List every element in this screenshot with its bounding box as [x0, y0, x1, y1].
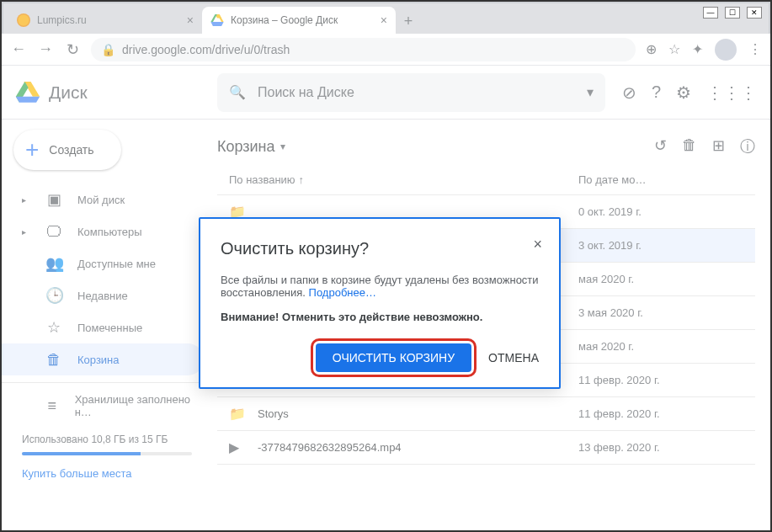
profile-avatar[interactable] — [715, 39, 737, 61]
folder-icon: 📁 — [229, 406, 246, 422]
computer-icon: 🖵 — [45, 223, 62, 241]
dialog-actions: ОЧИСТИТЬ КОРЗИНУ ОТМЕНА — [221, 343, 539, 372]
reload-button[interactable]: ↻ — [64, 40, 81, 59]
create-label: Создать — [49, 143, 93, 157]
sidebar-item-label: Доступные мне — [77, 258, 156, 270]
chevron-right-icon: ▸ — [22, 195, 30, 205]
file-date: 3 окт. 2019 г. — [578, 239, 747, 252]
star-icon: ☆ — [45, 318, 62, 337]
window-controls: — ☐ ✕ — [703, 7, 762, 19]
confirm-button[interactable]: ОЧИСТИТЬ КОРЗИНУ — [316, 343, 471, 372]
file-date: 11 февр. 2020 г. — [578, 374, 747, 386]
search-placeholder: Поиск на Диске — [258, 85, 575, 100]
sidebar-item-label: Помеченные — [77, 322, 142, 334]
buy-storage-link[interactable]: Купить больше места — [22, 467, 192, 480]
col-date[interactable]: По дате мо… — [578, 173, 747, 186]
content-tools: ↺ 🗑 ⊞ ⓘ — [654, 136, 755, 157]
svg-marker-4 — [210, 22, 223, 26]
sidebar-item-trash[interactable]: 🗑Корзина — [2, 343, 204, 375]
table-row[interactable]: ▶-3778479682632895264.mp413 февр. 2020 г… — [217, 431, 755, 465]
close-icon[interactable]: × — [381, 13, 387, 27]
svg-marker-8 — [16, 96, 40, 102]
sidebar-item-shared[interactable]: 👥Доступные мне — [2, 247, 204, 279]
file-date: мая 2020 г. — [578, 273, 747, 285]
sidebar-item-label: Хранилище заполнено н… — [75, 393, 195, 418]
minimize-button[interactable]: — — [703, 7, 718, 19]
dialog-warning: Внимание! Отменить это действие невозмож… — [221, 311, 539, 323]
shared-icon: 👥 — [45, 254, 62, 273]
sidebar-item-recent[interactable]: 🕒Недавние — [2, 279, 204, 311]
drive-logo-text: Диск — [49, 82, 88, 103]
chevron-down-icon: ▾ — [280, 141, 285, 152]
chevron-down-icon[interactable]: ▾ — [587, 84, 594, 100]
extension-icon[interactable]: ✦ — [692, 41, 703, 57]
arrow-up-icon: ↑ — [299, 173, 305, 186]
clock-icon: 🕒 — [45, 286, 62, 305]
dialog-body: Все файлы и папки в корзине будут удален… — [221, 274, 539, 299]
back-button[interactable]: ← — [10, 40, 27, 58]
search-box[interactable]: 🔍 Поиск на Диске ▾ — [217, 73, 605, 112]
svg-marker-2 — [217, 14, 224, 22]
drive-icon: ▣ — [45, 190, 62, 209]
file-name: Storys — [258, 407, 578, 420]
column-headers: По названию↑ По дате мо… — [217, 162, 755, 195]
file-date: 11 февр. 2020 г. — [578, 407, 747, 420]
maximize-button[interactable]: ☐ — [725, 7, 740, 19]
sidebar-item-storage[interactable]: ≡Хранилище заполнено н… — [2, 390, 204, 422]
toolbar-icons: ⊕ ☆ ✦ ⋮ — [646, 39, 762, 61]
sidebar-item-mydrive[interactable]: ▸▣Мой диск — [2, 184, 204, 215]
close-icon[interactable]: × — [187, 13, 194, 27]
trash-icon: 🗑 — [45, 351, 62, 369]
dialog-title: Очистить корзину? — [221, 239, 539, 258]
close-icon[interactable]: × — [533, 236, 542, 253]
file-date: 13 февр. 2020 г. — [578, 441, 747, 454]
col-name[interactable]: По названию↑ — [229, 173, 578, 186]
url-bar: ← → ↻ 🔒 drive.google.com/drive/u/0/trash… — [2, 34, 770, 66]
search-icon: 🔍 — [229, 84, 246, 100]
menu-icon[interactable]: ⋮ — [748, 41, 762, 57]
new-tab-button[interactable]: + — [396, 8, 421, 34]
svg-marker-3 — [210, 14, 217, 22]
browser-tab-0[interactable]: Lumpics.ru × — [8, 7, 202, 34]
create-button[interactable]: + Создать — [13, 130, 121, 170]
sidebar-item-label: Мой диск — [77, 194, 125, 206]
tab-title: Корзина – Google Диск — [231, 14, 338, 26]
lock-icon: 🔒 — [101, 43, 115, 56]
page-title[interactable]: Корзина▾ — [217, 138, 285, 156]
delete-icon[interactable]: 🗑 — [682, 136, 697, 157]
cancel-button[interactable]: ОТМЕНА — [488, 351, 539, 364]
gear-icon[interactable]: ⚙ — [676, 82, 691, 103]
file-date: 0 окт. 2019 г. — [578, 205, 747, 218]
drive-header: Диск 🔍 Поиск на Диске ▾ ⊘ ? ⚙ ⋮⋮⋮ — [2, 66, 770, 120]
drive-logo[interactable]: Диск — [15, 82, 200, 104]
help-icon[interactable]: ? — [652, 82, 661, 102]
forward-button[interactable]: → — [37, 40, 54, 58]
more-link[interactable]: Подробнее… — [309, 286, 376, 299]
star-icon[interactable]: ☆ — [668, 41, 680, 57]
grid-icon[interactable]: ⊞ — [712, 136, 725, 157]
header-icons: ⊘ ? ⚙ ⋮⋮⋮ — [622, 82, 757, 103]
chevron-right-icon: ▸ — [22, 227, 30, 237]
storage-fill — [22, 452, 141, 455]
address-bar[interactable]: 🔒 drive.google.com/drive/u/0/trash — [91, 38, 636, 61]
browser-tab-1[interactable]: Корзина – Google Диск × — [202, 7, 396, 34]
install-icon[interactable]: ⊕ — [646, 41, 657, 57]
info-icon[interactable]: ⓘ — [740, 136, 755, 157]
status-icon[interactable]: ⊘ — [622, 82, 636, 103]
table-row[interactable]: 📁Storys11 февр. 2020 г. — [217, 397, 755, 431]
sidebar-item-label: Корзина — [77, 354, 120, 366]
file-name: -3778479682632895264.mp4 — [258, 441, 578, 454]
file-date: мая 2020 г. — [578, 340, 747, 353]
storage-icon: ≡ — [45, 397, 60, 415]
plus-icon: + — [25, 138, 39, 162]
sidebar-item-computers[interactable]: ▸🖵Компьютеры — [2, 215, 204, 247]
apps-icon[interactable]: ⋮⋮⋮ — [706, 82, 757, 103]
sidebar-item-starred[interactable]: ☆Помеченные — [2, 311, 204, 343]
storage-section: Использовано 10,8 ГБ из 15 ГБ Купить бол… — [2, 422, 212, 492]
file-date: 3 мая 2020 г. — [578, 306, 747, 319]
url-text: drive.google.com/drive/u/0/trash — [122, 43, 290, 56]
sidebar-item-label: Недавние — [77, 290, 128, 302]
close-button[interactable]: ✕ — [747, 7, 762, 19]
restore-icon[interactable]: ↺ — [654, 136, 667, 157]
sidebar-item-label: Компьютеры — [77, 226, 142, 238]
